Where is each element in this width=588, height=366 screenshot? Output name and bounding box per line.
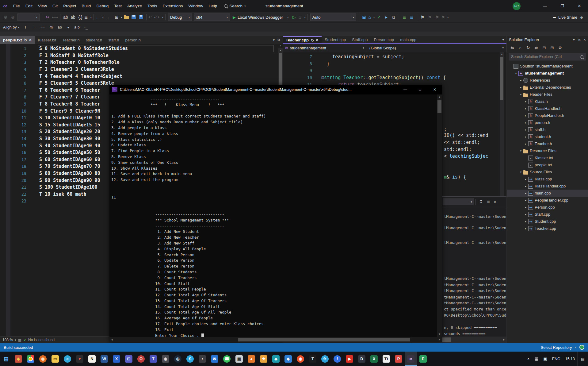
discord-icon[interactable]: D	[356, 352, 368, 366]
zoom-out-icon[interactable]: ⊖	[10, 13, 16, 21]
word-wrap-output-icon[interactable]: ≣	[485, 198, 492, 206]
expander-icon[interactable]: ▸	[524, 121, 528, 124]
settings-app-icon[interactable]: ◆	[282, 352, 294, 366]
console-maximize-button[interactable]: □	[413, 85, 427, 94]
tree-item-klass-h[interactable]: ▸hKlass.h	[507, 98, 588, 105]
dot-align-icon[interactable]: ●	[65, 24, 72, 31]
console-body[interactable]: ------------------------------ *** ! Kla…	[109, 94, 442, 337]
tree-item-studentmanagement[interactable]: ▾+studentmanagement	[507, 70, 588, 77]
expander-icon[interactable]: ▸	[524, 100, 528, 103]
tree-item-teacher-cpp[interactable]: ▸++Teacher.cpp	[507, 225, 588, 232]
menu-project[interactable]: Project	[60, 0, 79, 12]
show-all-files-icon[interactable]: ⊞	[549, 44, 555, 51]
close-icon[interactable]: ✕	[29, 38, 32, 42]
console-horizontal-scrollbar[interactable]: ◄ ►	[109, 337, 442, 342]
copy-list-icon[interactable]: ⧉	[390, 13, 397, 21]
word-wrap-icon[interactable]: ⟷	[52, 13, 58, 21]
skype-icon[interactable]: S	[184, 352, 196, 366]
notification-center-icon[interactable]: ▤	[577, 352, 588, 366]
health-status[interactable]: No issues found	[28, 338, 55, 342]
hot-reload-icon[interactable]: ♨▾	[298, 13, 306, 21]
security-app-icon[interactable]: ◆	[12, 352, 25, 366]
tree-item-resource-files[interactable]: ▾Resource Files	[507, 147, 588, 154]
brace-match-icon[interactable]: {.}	[77, 13, 84, 21]
code-line[interactable]: 8 }	[321, 60, 330, 67]
scrollbar-thumb[interactable]	[238, 338, 410, 341]
editor-line[interactable]: 3T 2 NoTeacher 0 NoTeacherRole	[0, 59, 283, 66]
expander-icon[interactable]: ▾	[519, 149, 523, 152]
properties-icon[interactable]: ⚙	[557, 44, 563, 51]
zoom-combo[interactable]: ▾	[17, 13, 40, 21]
import-log-icon[interactable]: ↧	[478, 198, 484, 206]
scrollbar-thumb[interactable]	[500, 57, 503, 100]
notes-app-icon[interactable]: ▣	[233, 352, 245, 366]
home-icon[interactable]: ⌂	[517, 44, 523, 51]
tree-item-external-dependencies[interactable]: ▸External Dependencies	[507, 84, 588, 91]
tab-main-cpp[interactable]: main.cpp	[397, 36, 419, 43]
tree-item-student-cpp[interactable]: ▸++Student.cpp	[507, 218, 588, 225]
new-project-icon[interactable]: ⊞▾	[115, 13, 122, 21]
expander-icon[interactable]: ▸	[524, 220, 528, 223]
tree-item-student-h[interactable]: ▸hstudent.h	[507, 133, 588, 140]
telegram-icon[interactable]: ✈	[319, 352, 331, 366]
code-line[interactable]: 10⊟string Teacher::getTeachingSubject() …	[321, 74, 446, 81]
tab-Person-cpp[interactable]: Person.cpp	[371, 36, 397, 43]
refresh-icon[interactable]: ↻	[525, 44, 531, 51]
open-folder-icon[interactable]	[123, 13, 130, 21]
a-dot-b-icon[interactable]: a·b	[74, 24, 80, 31]
menu-view[interactable]: View	[35, 0, 50, 12]
zoom-level[interactable]: 108 %	[2, 338, 13, 342]
watch-mode-combo[interactable]: Auto▾	[310, 13, 356, 21]
expander-icon[interactable]: ▸	[524, 185, 528, 188]
sheets-app-icon[interactable]: E	[417, 352, 429, 366]
language-indicator[interactable]: ENG	[550, 352, 563, 366]
menu-window[interactable]: Window	[186, 0, 206, 12]
pin-icon[interactable]: ⚲	[23, 37, 28, 42]
chrome-icon[interactable]	[25, 352, 37, 366]
editor-line[interactable]: 5T 4 Teacher4 4 Teacher4Subject	[0, 73, 283, 80]
tree-item-references[interactable]: ▸References	[507, 77, 588, 84]
editor-line[interactable]: 2F 1 NoStaff 0 NoStaffRole	[0, 52, 283, 59]
scroll-up-icon[interactable]: ▲	[437, 94, 442, 100]
close-icon[interactable]: ✕	[583, 38, 586, 42]
editor-line[interactable]: 1S 0 NoStudent 0 NoStudentStudies	[0, 45, 283, 52]
visual-studio-icon[interactable]: ∞	[405, 352, 417, 366]
edge-icon[interactable]: e	[61, 352, 74, 366]
expander-icon[interactable]: ▾	[514, 72, 518, 75]
expander-icon[interactable]: ▸	[524, 135, 528, 138]
console-output-text[interactable]: ------------------------------ *** ! Kla…	[109, 94, 442, 337]
minimize-button[interactable]: —	[536, 0, 554, 12]
zoom-in-icon[interactable]: ⊕	[2, 13, 9, 21]
code-line[interactable]: 7 teachingSubject = subject;	[321, 53, 404, 60]
notion-icon[interactable]: N	[86, 352, 98, 366]
tree-item-header-files[interactable]: ▾Header Files	[507, 91, 588, 98]
tab-Staff-cpp[interactable]: Staff.cpp	[349, 36, 371, 43]
menu-build[interactable]: Build	[79, 0, 94, 12]
terminal-app-icon[interactable]: Tt	[380, 352, 392, 366]
navigate-back-icon[interactable]: ←▾	[96, 13, 104, 21]
tree-item-peoplehandler-h[interactable]: ▸hPeopleHandler.h	[507, 112, 588, 119]
vlc-icon[interactable]: ▲	[245, 352, 258, 366]
scroll-up-icon[interactable]: ▲	[278, 48, 283, 52]
expander-icon[interactable]: ▸	[524, 128, 528, 131]
tree-item-main-cpp[interactable]: ▸++main.cpp	[507, 190, 588, 197]
divide-align-icon[interactable]: ÷	[31, 24, 37, 31]
scroll-left-icon[interactable]: ◄	[109, 337, 114, 342]
expander-icon[interactable]: ▾	[519, 171, 523, 174]
window-position-icon[interactable]: ▾	[573, 38, 575, 42]
start-button[interactable]: ⊞	[0, 352, 12, 366]
bookmark-icon[interactable]: ⚑	[419, 13, 426, 21]
live-share-button[interactable]: ➥Live Share☻	[553, 15, 588, 20]
file-explorer-icon[interactable]: ▭	[49, 352, 61, 366]
expander-icon[interactable]: ▸	[524, 213, 528, 216]
cursor-align-icon[interactable]: I	[22, 24, 29, 31]
configuration-combo[interactable]: Debug▾	[168, 13, 192, 21]
scroll-down-icon[interactable]: ▼	[437, 332, 442, 337]
comment-lines-icon[interactable]: ≣	[408, 13, 415, 21]
tree-item-peoplehandler-cpp[interactable]: ▸++PeopleHandler.cpp	[507, 197, 588, 204]
menu-edit[interactable]: Edit	[23, 0, 35, 12]
sync-active-doc-icon[interactable]: ⇄	[533, 44, 539, 51]
switch-views-icon[interactable]: ⇆	[509, 44, 515, 51]
pin-icon[interactable]: ⚲	[310, 37, 315, 42]
console-minimize-button[interactable]: —	[398, 85, 413, 94]
